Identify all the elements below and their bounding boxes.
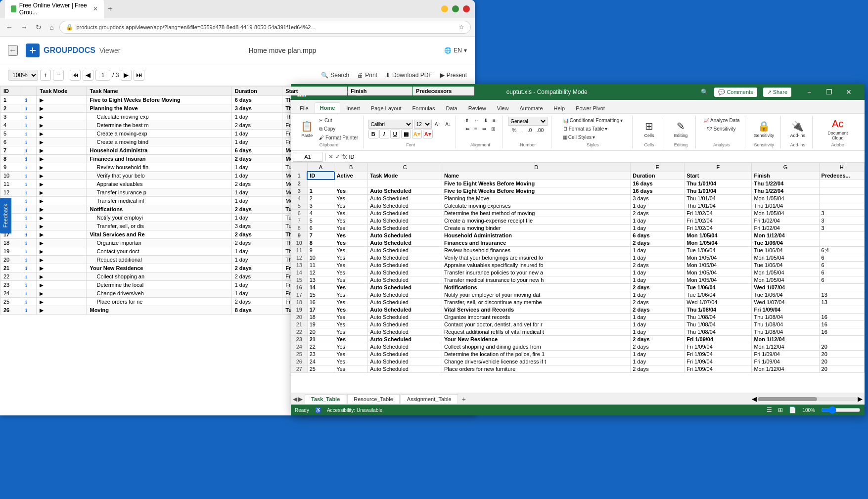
cell-B9[interactable]: Yes	[334, 231, 368, 239]
cell-C17[interactable]: Auto Scheduled	[368, 291, 442, 298]
cell-E3[interactable]: 16 days	[631, 187, 685, 194]
cell-H2[interactable]	[819, 180, 864, 187]
cell-A12[interactable]: 10	[307, 254, 334, 261]
cell-A9[interactable]: 7	[307, 231, 334, 239]
cell-H22[interactable]: 16	[819, 328, 864, 335]
cell-A17[interactable]: 15	[307, 291, 334, 298]
cell-G25[interactable]: Fri 1/09/04	[752, 350, 819, 358]
cell-E9[interactable]: 6 days	[631, 231, 685, 239]
excel-close-button[interactable]: ✕	[839, 84, 859, 100]
cell-D23[interactable]: Your New Residence	[442, 335, 631, 343]
cell-B4[interactable]: Yes	[334, 194, 368, 202]
cell-F15[interactable]: Mon 1/05/04	[685, 276, 752, 283]
share-button[interactable]: ↗ Share	[763, 88, 791, 97]
cell-D5[interactable]: Calculate moving expenses	[442, 202, 631, 209]
cell-A25[interactable]: 23	[307, 350, 334, 358]
cell-A26[interactable]: 24	[307, 358, 334, 365]
cell-D24[interactable]: Collect shopping and dining guides from	[442, 343, 631, 350]
cell-H4[interactable]	[819, 194, 864, 202]
cell-C21[interactable]: Auto Scheduled	[368, 320, 442, 328]
prev-page-button[interactable]: ◀	[83, 70, 93, 81]
cell-B24[interactable]: Yes	[334, 343, 368, 350]
cell-D15[interactable]: Transfer medical insurance to your new h	[442, 276, 631, 283]
cell-F10[interactable]: Mon 1/05/04	[685, 239, 752, 246]
cell-E19[interactable]: 2 days	[631, 306, 685, 313]
cell-G14[interactable]: Mon 1/05/04	[752, 269, 819, 276]
border-button[interactable]: ▦	[401, 130, 411, 138]
forward-button[interactable]: →	[19, 21, 30, 33]
cell-B11[interactable]: Yes	[334, 246, 368, 254]
cell-E11[interactable]: 1 day	[631, 246, 685, 254]
cell-C1[interactable]: Task Mode	[368, 172, 442, 180]
cell-C5[interactable]: Auto Scheduled	[368, 202, 442, 209]
cell-D7[interactable]: Create a moving-expense receipt file	[442, 217, 631, 224]
zoom-out-button[interactable]: −	[53, 70, 64, 81]
back-button[interactable]: ←	[4, 21, 15, 33]
cell-E7[interactable]: 1 day	[631, 217, 685, 224]
zoom-in-button[interactable]: +	[40, 70, 51, 81]
cell-B10[interactable]: Yes	[334, 239, 368, 246]
cell-A8[interactable]: 6	[307, 224, 334, 231]
cell-G20[interactable]: Thu 1/08/04	[752, 313, 819, 320]
cell-G23[interactable]: Mon 1/12/04	[752, 335, 819, 343]
editing-button[interactable]: ✎ Editing	[671, 119, 691, 139]
cell-E17[interactable]: 1 day	[631, 291, 685, 298]
cell-F8[interactable]: Fri 1/02/04	[685, 224, 752, 231]
present-button[interactable]: ▶ Present	[440, 72, 467, 79]
align-right-button[interactable]: ➡	[480, 125, 488, 133]
page-number-input[interactable]	[95, 70, 110, 81]
cut-button[interactable]: ✂ Cut	[317, 117, 360, 124]
cell-D13[interactable]: Appraise valuables specifically insured …	[442, 261, 631, 269]
cell-F22[interactable]: Thu 1/08/04	[685, 328, 752, 335]
sheet-tab-task-table[interactable]: Task_Table	[305, 394, 346, 404]
cell-D3[interactable]: Five to Eight Weeks Before Moving	[442, 187, 631, 194]
col-header-B[interactable]: B	[334, 163, 368, 172]
cell-F14[interactable]: Mon 1/05/04	[685, 269, 752, 276]
cell-C14[interactable]: Auto Scheduled	[368, 269, 442, 276]
cell-C2[interactable]	[368, 180, 442, 187]
cell-C12[interactable]: Auto Scheduled	[368, 254, 442, 261]
cell-E5[interactable]: 1 day	[631, 202, 685, 209]
align-center-button[interactable]: ≡	[472, 125, 479, 133]
comments-button[interactable]: 💬 Comments	[714, 88, 757, 97]
cell-H27[interactable]: 20	[819, 365, 864, 372]
align-middle-button[interactable]: ↔	[472, 117, 481, 124]
cell-D16[interactable]: Notifications	[442, 283, 631, 291]
cell-E12[interactable]: 1 day	[631, 254, 685, 261]
cell-G6[interactable]: Mon 1/05/04	[752, 209, 819, 217]
cells-button[interactable]: ⊞ Cells	[641, 119, 657, 139]
insert-function-button[interactable]: fx	[342, 153, 347, 160]
cell-C3[interactable]: Auto Scheduled	[368, 187, 442, 194]
cell-F9[interactable]: Mon 1/05/04	[685, 231, 752, 239]
cell-H21[interactable]: 16	[819, 320, 864, 328]
cell-E15[interactable]: 1 day	[631, 276, 685, 283]
cell-G3[interactable]: Thu 1/22/04	[752, 187, 819, 194]
horizontal-scrollbar[interactable]	[758, 397, 857, 401]
cell-B22[interactable]: Yes	[334, 328, 368, 335]
first-page-button[interactable]: ⏮	[70, 70, 81, 81]
cell-B12[interactable]: Yes	[334, 254, 368, 261]
cell-A1[interactable]: ID	[307, 172, 334, 180]
tab-home[interactable]: Home	[315, 102, 341, 113]
cell-E25[interactable]: 1 day	[631, 350, 685, 358]
cell-H12[interactable]: 6	[819, 254, 864, 261]
cell-D21[interactable]: Contact your doctor, dentist, and vet fo…	[442, 320, 631, 328]
cell-E16[interactable]: 2 days	[631, 283, 685, 291]
search-button[interactable]: 🔍 Search	[321, 72, 349, 79]
adobe-button[interactable]: Ac Document Cloud	[819, 117, 857, 141]
cell-A6[interactable]: 4	[307, 209, 334, 217]
cell-C4[interactable]: Auto Scheduled	[368, 194, 442, 202]
cell-D1[interactable]: Name	[442, 172, 631, 180]
cell-D6[interactable]: Determine the best method of moving	[442, 209, 631, 217]
cell-A22[interactable]: 20	[307, 328, 334, 335]
fill-color-button[interactable]: A▾	[412, 130, 422, 138]
cell-C22[interactable]: Auto Scheduled	[368, 328, 442, 335]
cell-F16[interactable]: Tue 1/06/04	[685, 283, 752, 291]
cell-E10[interactable]: 2 days	[631, 239, 685, 246]
cell-B5[interactable]: Yes	[334, 202, 368, 209]
cell-A11[interactable]: 9	[307, 246, 334, 254]
col-header-G[interactable]: G	[752, 163, 819, 172]
col-header-A[interactable]: A	[307, 163, 334, 172]
col-header-H[interactable]: H	[819, 163, 864, 172]
cell-A4[interactable]: 2	[307, 194, 334, 202]
